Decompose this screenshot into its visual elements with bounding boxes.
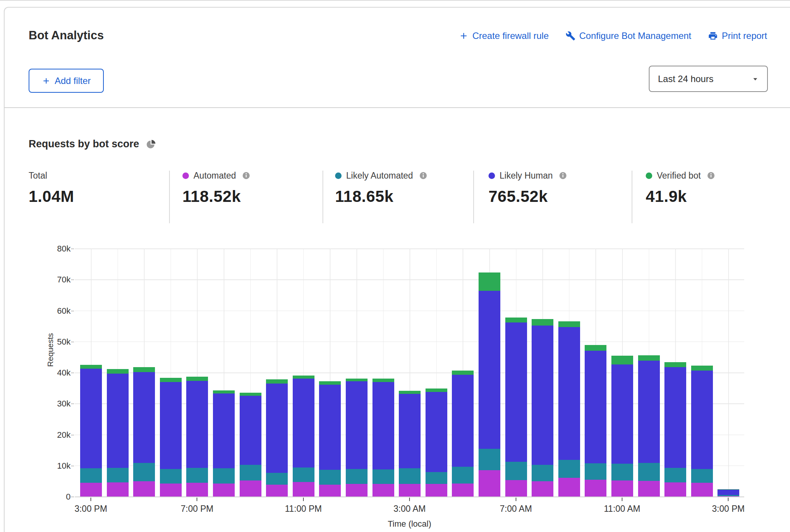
bar-segment-likely-automated xyxy=(372,469,394,484)
chart-bar-12-00-am[interactable] xyxy=(319,381,341,497)
chart-bar-12-00-pm[interactable] xyxy=(638,355,660,497)
stat-divider xyxy=(169,171,170,223)
info-icon[interactable] xyxy=(559,171,567,180)
stat-verified-bot-label: Verified bot xyxy=(657,171,701,181)
bar-segment-automated xyxy=(160,484,182,497)
chart-bar-11-00-pm[interactable] xyxy=(293,376,314,497)
chart-bar-10-00-pm[interactable] xyxy=(266,379,288,497)
y-axis-tick-label: 0 xyxy=(36,492,71,502)
chart-bar-3-00-pm[interactable] xyxy=(717,489,739,497)
chart-bar-8-00-pm[interactable] xyxy=(213,390,235,497)
bar-segment-automated xyxy=(505,480,527,497)
chart-bar-5-00-am[interactable] xyxy=(452,371,474,497)
info-icon[interactable] xyxy=(419,171,427,180)
x-axis-tick xyxy=(90,498,91,501)
bar-segment-likely-automated xyxy=(213,468,235,484)
chart-bar-2-00-pm[interactable] xyxy=(691,366,713,497)
bar-segment-likely-automated xyxy=(186,468,208,483)
stat-verified-bot-value: 41.9k xyxy=(646,187,715,206)
bar-segment-likely-automated xyxy=(240,465,261,480)
chart-bar-7-00-am[interactable] xyxy=(505,318,527,497)
time-range-select[interactable]: Last 24 hours xyxy=(649,66,768,92)
chart-bar-10-00-am[interactable] xyxy=(585,345,606,497)
add-filter-button[interactable]: Add filter xyxy=(29,69,104,93)
y-axis-tick xyxy=(71,279,74,280)
horizontal-gridline xyxy=(75,311,744,311)
bar-segment-verified-bot xyxy=(558,321,580,327)
info-icon[interactable] xyxy=(707,171,715,180)
chart-bar-5-00-pm[interactable] xyxy=(133,367,155,497)
stat-total-label: Total xyxy=(29,171,47,181)
stat-likely-human-value: 765.52k xyxy=(489,187,567,206)
stat-divider xyxy=(322,171,323,223)
bar-segment-likely-automated xyxy=(611,464,633,480)
x-axis-tick xyxy=(516,498,516,501)
print-report-label: Print report xyxy=(722,31,767,41)
bar-segment-verified-bot xyxy=(399,391,421,394)
bar-segment-likely-automated xyxy=(452,467,474,484)
y-axis-tick-label: 60k xyxy=(36,306,71,316)
x-axis-tick-label: 3:00 PM xyxy=(74,504,107,514)
bar-segment-likely-automated xyxy=(107,468,129,482)
bar-segment-likely-human xyxy=(585,351,606,463)
info-icon[interactable] xyxy=(242,171,250,180)
bar-segment-automated xyxy=(266,485,288,497)
horizontal-gridline xyxy=(75,248,744,249)
y-axis-tick xyxy=(71,497,74,497)
stats-row: Total 1.04M Automated 118.52k Likely Aut… xyxy=(0,170,790,223)
bar-segment-automated xyxy=(319,485,341,497)
bar-segment-automated xyxy=(346,484,368,497)
bar-segment-automated xyxy=(186,483,208,497)
chart-bar-3-00-am[interactable] xyxy=(399,391,421,497)
stat-automated-label: Automated xyxy=(193,171,236,181)
chart-bar-9-00-am[interactable] xyxy=(558,321,580,497)
chart-bar-8-00-am[interactable] xyxy=(532,319,553,497)
chart-bar-3-00-pm[interactable] xyxy=(80,365,102,497)
bar-segment-likely-human xyxy=(505,322,527,462)
bar-segment-verified-bot xyxy=(319,381,341,385)
bar-segment-likely-automated xyxy=(664,468,686,482)
bar-segment-verified-bot xyxy=(133,367,155,372)
chart-bar-6-00-pm[interactable] xyxy=(160,378,182,497)
chart-bar-6-00-am[interactable] xyxy=(479,272,500,497)
stat-likely-human: Likely Human 765.52k xyxy=(489,170,567,206)
chart-bar-1-00-am[interactable] xyxy=(346,379,368,497)
bar-segment-likely-human xyxy=(266,384,288,473)
configure-bot-management-link[interactable]: Configure Bot Management xyxy=(566,31,692,41)
chart-bar-2-00-am[interactable] xyxy=(372,379,394,497)
bar-segment-likely-automated xyxy=(160,469,182,484)
bar-segment-automated xyxy=(213,484,235,497)
chart-bar-1-00-pm[interactable] xyxy=(664,362,686,497)
chart-bar-4-00-am[interactable] xyxy=(426,389,447,497)
create-firewall-rule-link[interactable]: Create firewall rule xyxy=(459,31,549,41)
bot-analytics-page: Bot Analytics Create firewall rule Confi… xyxy=(0,0,790,532)
bar-segment-likely-human xyxy=(346,381,368,469)
bar-segment-likely-human xyxy=(240,396,261,464)
chart-bar-7-00-pm[interactable] xyxy=(186,377,208,497)
bar-segment-automated xyxy=(452,484,474,497)
stat-likely-human-label: Likely Human xyxy=(500,171,553,181)
chart-bar-9-00-pm[interactable] xyxy=(240,393,261,497)
likely-automated-legend-dot xyxy=(335,172,342,179)
bar-segment-likely-human xyxy=(133,372,155,463)
bar-segment-likely-automated xyxy=(505,462,527,480)
x-axis-tick-label: 3:00 PM xyxy=(712,504,745,514)
bar-segment-likely-automated xyxy=(133,463,155,481)
bar-segment-likely-human xyxy=(160,382,182,469)
print-report-link[interactable]: Print report xyxy=(708,31,767,41)
stat-likely-automated-label: Likely Automated xyxy=(346,171,413,181)
x-axis-tick xyxy=(728,498,729,501)
stat-divider xyxy=(473,171,474,223)
bar-segment-verified-bot xyxy=(266,379,288,384)
bar-segment-likely-automated xyxy=(638,463,660,481)
y-axis-tick-label: 20k xyxy=(36,430,71,440)
bar-segment-likely-automated xyxy=(80,468,102,482)
chart-bar-4-00-pm[interactable] xyxy=(107,369,129,497)
x-axis-tick-label: 11:00 PM xyxy=(285,504,322,514)
stat-likely-automated: Likely Automated 118.65k xyxy=(335,170,427,206)
bar-segment-automated xyxy=(107,482,129,497)
bar-segment-likely-human xyxy=(452,375,474,467)
stat-automated-value: 118.52k xyxy=(182,187,250,206)
bar-segment-likely-automated xyxy=(346,469,368,484)
chart-bar-11-00-am[interactable] xyxy=(611,356,633,497)
